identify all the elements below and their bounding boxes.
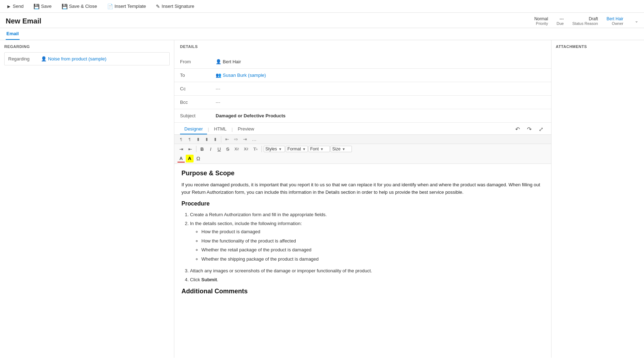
signature-icon: ✎ <box>156 4 160 9</box>
priority-value: Normal <box>534 16 548 21</box>
cc-value[interactable]: --- <box>216 86 220 91</box>
tab-divider1: | <box>208 127 209 132</box>
format-arrow-icon: ▼ <box>302 147 306 151</box>
bullet-3: Whether the retail package of the produc… <box>201 246 544 254</box>
regarding-box: Regarding 👤 Noise from product (sample) <box>4 52 170 65</box>
owner-value[interactable]: Bert Hair <box>607 16 623 21</box>
step-3: Attach any images or screenshots of the … <box>190 267 544 275</box>
font-arrow-icon: ▼ <box>320 147 324 151</box>
styles-select[interactable]: Styles ▼ <box>264 146 285 152</box>
page-header: New Email Normal Priority --- Due Draft … <box>0 13 644 28</box>
fmt-indent-decrease[interactable]: ⇤ <box>186 145 194 153</box>
regarding-value-link[interactable]: 👤 Noise from product (sample) <box>41 56 106 62</box>
font-select[interactable]: Font ▼ <box>308 146 330 152</box>
fmt-superscript-button[interactable]: X2 <box>242 146 250 152</box>
header-meta: Normal Priority --- Due Draft Status Rea… <box>534 16 638 26</box>
content-h3-procedure: Procedure <box>181 201 544 207</box>
send-button[interactable]: ► Send <box>4 2 26 11</box>
step-1: Create a Return Authorization form and f… <box>190 210 544 219</box>
fmt-toolbar-row1: ⇥ ⇤ B I U S X2 X2 Tx Styles ▼ <box>177 145 548 153</box>
expand-button[interactable]: ⤢ <box>537 125 545 133</box>
fmt-overflow4[interactable]: ▮ <box>203 136 211 143</box>
status-reason-value: Draft <box>589 16 598 21</box>
priority-meta: Normal Priority <box>534 16 548 26</box>
fmt-clear-format-button[interactable]: Tx <box>251 145 260 153</box>
undo-button[interactable]: ↶ <box>513 125 522 133</box>
due-label: Due <box>556 21 564 26</box>
sub-bullets-list: How the product is damaged How the funct… <box>201 228 544 263</box>
bullet-4: Whether the shipping package of the prod… <box>201 255 544 263</box>
bcc-value[interactable]: --- <box>216 100 220 105</box>
fmt-highlight-button[interactable]: A <box>186 155 194 162</box>
to-field: To 👥 Susan Burk (sample) <box>174 69 551 82</box>
step-4: Click Submit. <box>190 276 544 284</box>
due-meta: --- Due <box>556 16 564 26</box>
insert-template-button[interactable]: 📄 Insert Template <box>105 2 148 11</box>
fmt-subscript-button[interactable]: X2 <box>232 146 241 152</box>
size-select[interactable]: Size ▼ <box>331 146 352 152</box>
fmt-special-char-button[interactable]: Ω <box>194 155 202 162</box>
to-person-icon: 👥 <box>216 73 221 78</box>
bcc-label: Bcc <box>180 100 216 105</box>
fmt-align-center[interactable]: ⇨ <box>232 135 240 143</box>
fmt-strikethrough-button[interactable]: S <box>224 145 232 153</box>
tab-html[interactable]: HTML <box>210 124 231 134</box>
bcc-field: Bcc --- <box>174 96 551 109</box>
owner-label: Owner <box>612 21 623 26</box>
chevron-down-icon[interactable]: ⌄ <box>635 18 638 23</box>
regarding-value[interactable]: Noise from product (sample) <box>48 56 106 62</box>
tab-designer[interactable]: Designer <box>180 124 207 134</box>
save-icon: 💾 <box>33 4 39 9</box>
regarding-label: Regarding <box>8 56 37 62</box>
editor-tabs: Designer | HTML | Preview ↶ ↷ ⤢ <box>174 123 551 135</box>
fmt-overflow-more[interactable]: … <box>250 135 259 143</box>
secondary-fmt-toolbar: ¶ ¶ ▮ ▮ ▮ ⇤ ⇨ ⇥ … <box>174 135 551 144</box>
to-value[interactable]: 👥 Susan Burk (sample) <box>216 73 266 78</box>
subject-label: Subject <box>180 113 216 118</box>
fmt-sep2 <box>262 146 262 152</box>
page-title: New Email <box>6 17 41 25</box>
fmt-overflow3[interactable]: ▮ <box>194 136 202 143</box>
details-section-title: DETAILS <box>180 44 545 49</box>
fmt-font-color-button[interactable]: A <box>177 155 185 162</box>
cc-label: Cc <box>180 86 216 91</box>
insert-signature-button[interactable]: ✎ Insert Signature <box>154 2 196 11</box>
left-panel: REGARDING Regarding 👤 Noise from product… <box>0 40 174 358</box>
subject-value[interactable]: Damaged or Defective Products <box>216 113 286 118</box>
status-reason-label: Status Reason <box>572 21 598 26</box>
cc-field: Cc --- <box>174 82 551 96</box>
fmt-align-left[interactable]: ⇤ <box>223 135 231 143</box>
tab-row: Email <box>0 28 644 40</box>
editor-content[interactable]: Purpose & Scope If you receive damaged p… <box>174 164 551 358</box>
tab-divider2: | <box>232 127 233 132</box>
content-h3-additional: Additional Comments <box>181 288 544 295</box>
save-button[interactable]: 💾 Save <box>31 2 54 11</box>
to-label: To <box>180 73 216 78</box>
send-icon: ► <box>6 4 11 9</box>
from-person-icon: 👤 <box>216 59 221 64</box>
fmt-italic-button[interactable]: I <box>207 145 215 153</box>
fmt-overflow2[interactable]: ¶ <box>186 136 194 143</box>
fmt-align-right[interactable]: ⇥ <box>241 135 249 143</box>
fmt-indent-increase[interactable]: ⇥ <box>177 145 185 153</box>
fmt-overflow5[interactable]: ▮ <box>211 136 219 143</box>
save-close-button[interactable]: 💾 Save & Close <box>59 2 99 11</box>
step-2: In the details section, include the foll… <box>190 219 544 263</box>
main-fmt-toolbar: ⇥ ⇤ B I U S X2 X2 Tx Styles ▼ <box>174 144 551 164</box>
fmt-underline-button[interactable]: U <box>215 145 223 153</box>
middle-panel: DETAILS From 👤 Bert Hair To 👥 Susan Burk… <box>174 40 551 358</box>
status-reason-meta: Draft Status Reason <box>572 16 598 26</box>
fmt-overflow1[interactable]: ¶ <box>177 136 185 143</box>
tab-preview[interactable]: Preview <box>233 124 258 134</box>
redo-button[interactable]: ↷ <box>525 125 534 133</box>
details-header: DETAILS <box>174 40 551 55</box>
attachments-section-title: ATTACHMENTS <box>556 44 640 49</box>
size-arrow-icon: ▼ <box>342 147 345 151</box>
due-value: --- <box>560 16 564 21</box>
subject-field: Subject Damaged or Defective Products <box>174 109 551 123</box>
template-icon: 📄 <box>107 4 113 9</box>
fmt-bold-button[interactable]: B <box>198 145 206 153</box>
from-label: From <box>180 59 216 64</box>
tab-email[interactable]: Email <box>6 28 20 40</box>
format-select[interactable]: Format ▼ <box>286 146 308 152</box>
